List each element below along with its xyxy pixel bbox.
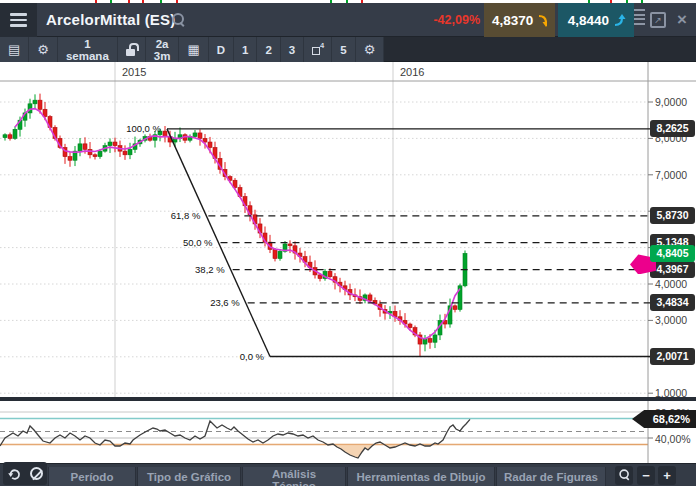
lock-scale-button[interactable]	[118, 37, 146, 62]
zoom-in-button[interactable]: +	[658, 466, 676, 485]
close-button[interactable]: ×	[672, 8, 692, 32]
price-up-arrow-icon	[613, 14, 626, 27]
fib-level-label: 23,6 %	[210, 297, 240, 308]
interval-select[interactable]: 1 semana	[58, 37, 118, 62]
prohibition-icon	[30, 467, 43, 480]
depth-button-2[interactable]: 2	[257, 37, 280, 62]
rsi-chart[interactable]	[0, 401, 696, 463]
calendar-button[interactable]: ▦	[179, 37, 208, 62]
popout-arrow-icon: ↗	[654, 15, 662, 25]
fib-price-badge: 8,2625	[650, 120, 695, 137]
bottom-toolbar: Período Tipo de Gráfico Análisis Técnico…	[0, 463, 696, 486]
list-icon: ▤	[8, 42, 20, 57]
depth-button-d[interactable]: D	[209, 37, 234, 62]
candle-body	[208, 142, 212, 147]
zoom-out-button[interactable]: −	[637, 466, 655, 485]
candle-body	[273, 249, 277, 258]
layout-4-button[interactable]: 4	[304, 37, 332, 62]
candle-body	[288, 244, 292, 246]
change-percent: -42,09%	[433, 3, 480, 37]
magnifier-icon	[619, 469, 629, 479]
radar-de-figuras-button[interactable]: Radar de Figuras	[496, 467, 606, 486]
candle-body	[198, 133, 202, 138]
candle-body	[128, 149, 132, 154]
layout-4-icon: 4	[312, 44, 323, 55]
axis-price-label: 7,0000	[655, 169, 687, 181]
instrument-header: ArcelorMittal (ES) -42,09% 4,8370 4,8440…	[0, 3, 696, 37]
settings-button[interactable]: ⚙	[29, 37, 58, 62]
menu-button[interactable]	[0, 3, 37, 37]
rsi-line	[0, 419, 470, 458]
candle-body	[328, 271, 332, 276]
rsi-oversold-fill	[0, 419, 470, 458]
refresh-button[interactable]	[5, 465, 23, 483]
candle-body	[33, 100, 37, 104]
candle-body	[428, 339, 432, 343]
candle-body	[433, 335, 437, 342]
rsi-axis-label: 40,00%	[655, 433, 691, 445]
bid-price-box[interactable]: 4,8370	[484, 3, 555, 37]
candle-body	[163, 131, 167, 136]
search-icon[interactable]	[172, 13, 185, 26]
candle-body	[193, 133, 197, 137]
fib-price-badge: 2,0071	[650, 348, 695, 365]
last-price-badge: 4,8405	[650, 245, 695, 262]
quote-list-button[interactable]: ▤	[0, 37, 29, 62]
fib-level-label: 61,8 %	[171, 210, 201, 221]
candle-body	[408, 324, 412, 328]
candle-body	[78, 144, 82, 151]
clear-drawings-button[interactable]	[27, 465, 45, 483]
herramientas-de-dibujo-button[interactable]: Herramientas de Dibujo	[347, 467, 495, 486]
depth-button-1[interactable]: 1	[234, 37, 257, 62]
ask-price-box[interactable]: 4,8440	[558, 3, 634, 37]
gear-icon: ⚙	[364, 42, 376, 57]
price-chart-panel[interactable]: 20152016100,0 %61,8 %50,0 %38,2 %23,6 %0…	[0, 62, 696, 397]
chart-action-icons	[3, 462, 47, 485]
zoom-search-button[interactable]	[615, 466, 633, 485]
depth-button-3[interactable]: 3	[281, 37, 304, 62]
fib-level-label: 50,0 %	[183, 237, 213, 248]
axis-price-label: 9,0000	[655, 96, 687, 108]
depth-button-5[interactable]: 5	[332, 37, 355, 62]
fib-level-label: 0,0 %	[240, 351, 264, 362]
fib-price-badge: 4,3967	[650, 261, 695, 278]
chart-toolbar: ▤ ⚙ 1 semana 2a 3m ▦ D 1 2 3 4 5 ⚙	[0, 37, 696, 62]
candle-body	[38, 100, 42, 109]
refresh-icon	[7, 466, 22, 481]
analisis-tecnico-button[interactable]: Análisis Técnico	[242, 467, 346, 486]
fib-price-badge: 5,8730	[650, 207, 695, 224]
fib-level-label: 38,2 %	[195, 264, 225, 275]
chart-settings-button[interactable]: ⚙	[356, 37, 385, 62]
bid-price: 4,8370	[492, 13, 533, 28]
rows-handle-icon[interactable]	[634, 9, 646, 31]
rsi-indicator-panel[interactable]: 80,00%40,00% 68,62%	[0, 401, 696, 463]
candle-body	[13, 129, 17, 138]
price-down-arrow-icon	[537, 14, 547, 27]
range-select[interactable]: 2a 3m	[146, 37, 180, 62]
candle-body	[108, 142, 112, 146]
close-icon: ×	[677, 10, 687, 29]
candle-body	[88, 149, 92, 154]
periodo-button[interactable]: Período	[48, 467, 136, 486]
candlestick-chart[interactable]	[0, 62, 696, 397]
fib-price-badge: 3,4834	[650, 294, 695, 311]
popout-button[interactable]: ↗	[650, 12, 666, 28]
tipo-de-grafico-button[interactable]: Tipo de Gráfico	[137, 467, 241, 486]
gear-icon: ⚙	[37, 42, 49, 57]
candle-body	[453, 306, 457, 310]
candle-body	[98, 151, 102, 156]
fib-level-label: 100,0 %	[126, 123, 161, 134]
candle-body	[113, 142, 117, 146]
candle-body	[83, 144, 87, 149]
trading-chart-window: ArcelorMittal (ES) -42,09% 4,8370 4,8440…	[0, 0, 696, 486]
calendar-icon: ▦	[187, 42, 199, 57]
unlock-icon	[126, 43, 137, 56]
candle-body	[123, 151, 127, 155]
year-label: 2016	[400, 66, 424, 78]
candle-body	[93, 155, 97, 157]
candle-body	[203, 138, 207, 142]
candle-body	[3, 135, 7, 138]
candle-body	[278, 251, 282, 258]
axis-price-label: 3,0000	[655, 314, 687, 326]
candle-body	[368, 295, 372, 300]
